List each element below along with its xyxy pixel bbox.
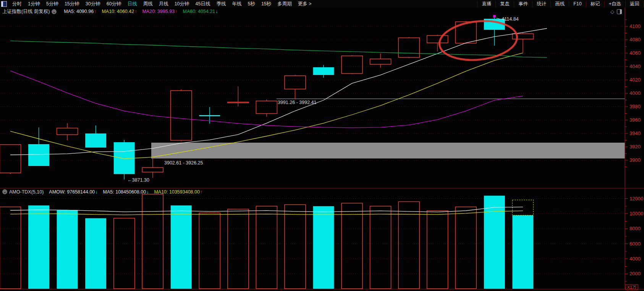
low-price-label: ←3871.30 [127,177,149,183]
legend-item: AMOW: 97658144.00 [49,189,95,195]
y-axis-label: 4080 [629,37,641,42]
y-axis-label: 8000 [629,226,641,231]
unit-label: X1万 [627,285,636,289]
chevron-down-circle-icon[interactable]: ⌄ [52,9,57,14]
y-axis-label: 3900 [629,157,641,163]
indicator-header: ⌄ AMO-TDX(5,10) AMOW: 97658144.00↓MA5: 1… [2,189,202,195]
volume-bar-down[interactable] [313,206,334,289]
legend-item: MA20: 3995.93 [142,9,175,14]
volume-bar-down[interactable] [85,218,106,289]
up-arrow-icon: ↑ [175,9,177,14]
y-axis-label: 3980 [629,104,641,109]
indicator-legend: AMOW: 97658144.00↓MA5: 108450608.00↓MA10… [44,189,202,195]
up-arrow-icon: ↑ [134,9,137,14]
y-axis-label: 12000 [629,196,643,202]
legend-item: MA5: 4090.96 [64,9,94,14]
high-price-label: 4114.84 [502,16,518,22]
y-axis-label: 4060 [629,50,641,56]
legend-item: MA60: 4054.21 [183,9,215,14]
split-pane-icon[interactable] [617,9,622,14]
y-axis-label: 4040 [629,63,641,69]
chevron-down-circle-icon[interactable]: ⌄ [2,189,7,194]
gap-band-label: 3902.61 - 3926.25 [164,160,203,166]
volume-bar-down[interactable] [28,205,49,289]
up-arrow-icon: ↑ [94,9,96,14]
y-axis-label: 2000 [629,271,641,276]
high-point-marker [493,15,496,18]
chart-canvas[interactable]: 4100408040604040402040003980396039403920… [0,0,644,291]
y-axis-label: 3920 [629,144,641,150]
y-axis-label: 4020 [629,77,641,83]
volume-bar-down[interactable] [484,196,505,289]
volume-bar-down[interactable] [171,205,192,289]
candle-body-down[interactable] [313,67,334,75]
y-axis-label: 10000 [629,211,643,216]
diamond-icon[interactable]: ◇ [610,9,614,14]
trading-app-window: 分时1分钟5分钟15分钟30分钟60分钟日线周线月线10分钟45日线季线年线5秒… [0,0,644,291]
y-axis-label: 4000 [629,90,641,96]
main-chart-header: 上证指数(日线 前复权) ⌄ MA5: 4090.96↑MA10: 4060.4… [2,8,218,15]
legend-item: MA10: 4060.42 [102,9,134,14]
candle-body-down[interactable] [28,144,49,166]
gap-line-label: 3991.26 - 3992.41 [278,100,317,105]
chart-corner-icons: ◇ [610,9,622,14]
candle-body-down[interactable] [85,133,106,148]
down-arrow-icon: ↓ [146,189,149,195]
ma-legend: MA5: 4090.96↑MA10: 4060.42↑MA20: 3995.93… [58,9,218,14]
candle-body-down[interactable] [199,115,220,116]
y-axis-label: 4100 [629,23,641,29]
down-arrow-icon: ↓ [215,9,218,14]
up-arrow-icon: ↑ [200,189,202,195]
y-axis-label: 3940 [629,130,641,136]
down-arrow-icon: ↓ [95,189,97,195]
legend-item: MA5: 108450608.00 [103,189,146,195]
legend-item: MA10: 103593408.00 [154,189,200,195]
volume-bar-down[interactable] [512,215,533,289]
y-axis-label: 6000 [629,241,641,247]
indicator-name: AMO-TDX(5,10) [9,189,44,195]
chart-title: 上证指数(日线 前复权) [2,8,50,15]
y-axis-label: 4000 [629,256,641,262]
y-axis-label: 3960 [629,117,641,123]
volume-bar-down[interactable] [57,210,78,289]
